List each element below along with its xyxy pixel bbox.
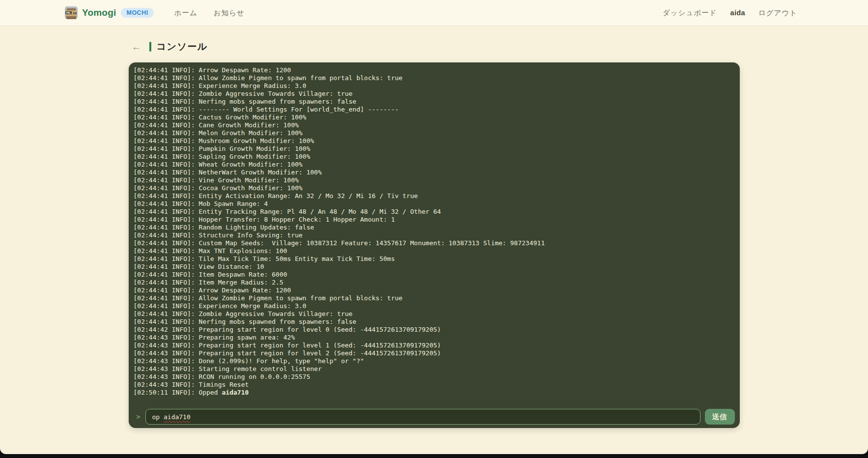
prompt-chevron-icon: > bbox=[135, 413, 142, 421]
page-header: ← コンソール bbox=[129, 26, 740, 53]
console-panel: [02:44:41 INFO]: Arrow Despawn Rate: 120… bbox=[129, 62, 740, 428]
log-line: [02:44:43 INFO]: Preparing start region … bbox=[134, 342, 735, 349]
log-line: [02:44:41 INFO]: Entity Tracking Range: … bbox=[134, 208, 735, 216]
log-line: [02:44:41 INFO]: Random Lighting Updates… bbox=[134, 224, 735, 231]
nav-logout-link[interactable]: ログアウト bbox=[758, 8, 797, 18]
log-line: [02:44:41 INFO]: Cane Growth Modifier: 1… bbox=[134, 121, 735, 129]
top-navbar: YMG Yomogi MOCHI ホーム お知らせ ダッシュボード aida ロ… bbox=[0, 0, 868, 26]
log-line: [02:44:41 INFO]: Experience Merge Radius… bbox=[134, 302, 735, 310]
svg-text:YMG: YMG bbox=[66, 11, 70, 14]
command-text: op bbox=[152, 413, 164, 421]
log-line: [02:44:43 INFO]: RCON running on 0.0.0.0… bbox=[134, 373, 735, 381]
log-line: [02:44:41 INFO]: Structure Info Saving: … bbox=[134, 231, 735, 239]
log-line: [02:44:41 INFO]: Cocoa Growth Modifier: … bbox=[134, 184, 735, 192]
log-line: [02:44:41 INFO]: Nerfing mobs spawned fr… bbox=[134, 318, 735, 326]
log-line: [02:44:41 INFO]: Item Merge Radius: 2.5 bbox=[134, 279, 735, 286]
log-line: [02:50:11 INFO]: Opped aida710 bbox=[134, 389, 735, 397]
main-nav: ホーム お知らせ bbox=[174, 8, 245, 18]
username-label[interactable]: aida bbox=[730, 9, 745, 17]
nav-home-link[interactable]: ホーム bbox=[174, 8, 197, 18]
log-line: [02:44:41 INFO]: Allow Zombie Pigmen to … bbox=[134, 74, 735, 82]
log-line: [02:44:41 INFO]: Mushroom Growth Modifie… bbox=[134, 137, 735, 145]
title-accent-bar bbox=[149, 42, 151, 52]
send-button[interactable]: 送信 bbox=[705, 409, 735, 425]
back-arrow-icon[interactable]: ← bbox=[132, 42, 141, 52]
log-line: [02:44:41 INFO]: Vine Growth Modifier: 1… bbox=[134, 176, 735, 184]
log-line: [02:44:41 INFO]: Zombie Aggressive Towar… bbox=[134, 90, 735, 98]
command-text-misspelled: aida710 bbox=[164, 413, 191, 421]
log-line: [02:44:42 INFO]: Preparing start region … bbox=[134, 326, 735, 334]
log-line: [02:44:41 INFO]: Zombie Aggressive Towar… bbox=[134, 310, 735, 318]
account-nav: ダッシュボード aida ログアウト bbox=[663, 8, 797, 18]
log-line: [02:44:41 INFO]: Mob Spawn Range: 4 bbox=[134, 200, 735, 208]
log-line: [02:44:41 INFO]: Hopper Transfer: 8 Hopp… bbox=[134, 216, 735, 224]
log-line: [02:44:41 INFO]: Item Despawn Rate: 6000 bbox=[134, 271, 735, 279]
page-title: コンソール bbox=[157, 40, 208, 53]
pixel-house-logo-image: YMG bbox=[65, 6, 78, 19]
log-line: [02:44:43 INFO]: Timings Reset bbox=[134, 381, 735, 389]
site-logo-icon[interactable]: YMG bbox=[65, 6, 78, 19]
main-content: ← コンソール [02:44:41 INFO]: Arrow Despawn R… bbox=[129, 26, 740, 428]
log-line: [02:44:41 INFO]: Sapling Growth Modifier… bbox=[134, 153, 735, 161]
log-line: [02:44:41 INFO]: Max TNT Explosions: 100 bbox=[134, 247, 735, 255]
log-line: [02:44:41 INFO]: Melon Growth Modifier: … bbox=[134, 129, 735, 137]
plan-badge: MOCHI bbox=[121, 8, 153, 18]
log-line: [02:44:41 INFO]: -------- World Settings… bbox=[134, 106, 735, 114]
log-line: [02:44:41 INFO]: Entity Activation Range… bbox=[134, 192, 735, 200]
log-line: [02:44:43 INFO]: Preparing spawn area: 4… bbox=[134, 334, 735, 342]
console-log[interactable]: [02:44:41 INFO]: Arrow Despawn Rate: 120… bbox=[134, 66, 735, 397]
log-line: [02:44:41 INFO]: Wheat Growth Modifier: … bbox=[134, 161, 735, 169]
log-line: [02:44:41 INFO]: Cactus Growth Modifier:… bbox=[134, 114, 735, 121]
log-line: [02:44:41 INFO]: View Distance: 10 bbox=[134, 263, 735, 271]
log-line: [02:44:41 INFO]: Experience Merge Radius… bbox=[134, 82, 735, 90]
log-line: [02:44:43 INFO]: Preparing start region … bbox=[134, 349, 735, 357]
command-input-row: > op aida710 送信 bbox=[134, 408, 735, 425]
nav-news-link[interactable]: お知らせ bbox=[214, 8, 245, 18]
log-line: [02:44:41 INFO]: Nerfing mobs spawned fr… bbox=[134, 98, 735, 106]
log-line: [02:44:41 INFO]: Tile Max Tick Time: 50m… bbox=[134, 255, 735, 263]
command-input[interactable]: op aida710 bbox=[145, 409, 700, 425]
log-line: [02:44:43 INFO]: Done (2.099s)! For help… bbox=[134, 357, 735, 365]
nav-dashboard-link[interactable]: ダッシュボード bbox=[663, 8, 717, 18]
brand-name[interactable]: Yomogi bbox=[82, 7, 116, 18]
log-line: [02:44:41 INFO]: Arrow Despawn Rate: 120… bbox=[134, 66, 735, 74]
log-line: [02:44:41 INFO]: Custom Map Seeds: Villa… bbox=[134, 239, 735, 247]
log-line: [02:44:41 INFO]: Pumpkin Growth Modifier… bbox=[134, 145, 735, 153]
log-line: [02:44:43 INFO]: Starting remote control… bbox=[134, 365, 735, 373]
log-line: [02:44:41 INFO]: NetherWart Growth Modif… bbox=[134, 169, 735, 176]
log-line: [02:44:41 INFO]: Allow Zombie Pigmen to … bbox=[134, 294, 735, 302]
app-window: YMG Yomogi MOCHI ホーム お知らせ ダッシュボード aida ロ… bbox=[0, 0, 868, 454]
log-line: [02:44:41 INFO]: Arrow Despawn Rate: 120… bbox=[134, 286, 735, 294]
